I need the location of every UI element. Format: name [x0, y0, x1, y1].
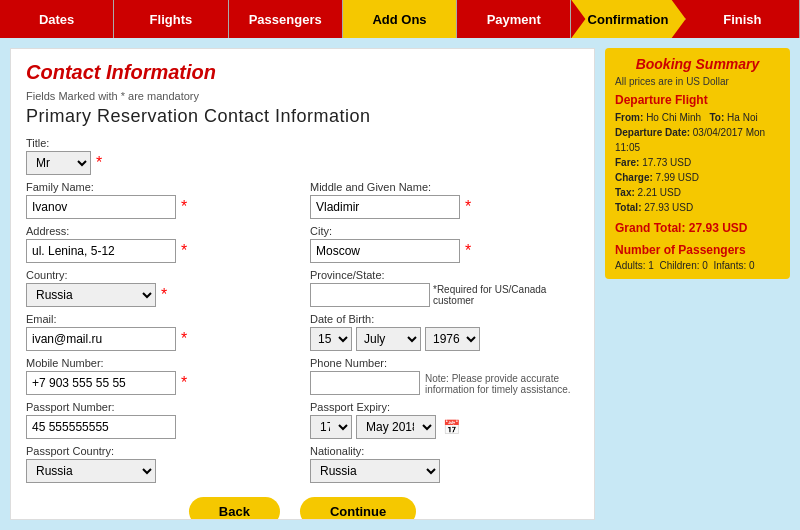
city-label: City:	[310, 225, 579, 237]
dob-year-select[interactable]: 1976	[425, 327, 480, 351]
country-row: Country: Russia * Province/State: *Requi…	[26, 269, 579, 307]
mobile-required: *	[181, 374, 187, 392]
title-required: *	[96, 154, 102, 172]
expiry-month-select[interactable]: May 2018	[356, 415, 436, 439]
section-title: Primary Reservation Contact Information	[26, 106, 579, 127]
calendar-icon[interactable]: 📅	[443, 419, 460, 435]
family-name-input[interactable]	[26, 195, 176, 219]
email-group: Email: *	[26, 313, 295, 351]
phone-note: Note: Please provide accurate informatio…	[425, 373, 579, 395]
dob-label: Date of Birth:	[310, 313, 579, 325]
button-row: Back Continue	[26, 489, 579, 520]
mobile-group: Mobile Number: *	[26, 357, 295, 395]
page-title: Contact Information	[26, 61, 579, 84]
continue-button[interactable]: Continue	[300, 497, 416, 520]
province-note: *Required for US/Canada customer	[433, 284, 579, 306]
nationality-group: Nationality: Russia	[310, 445, 579, 483]
back-button[interactable]: Back	[189, 497, 280, 520]
form-panel: Contact Information Fields Marked with *…	[10, 48, 595, 520]
grand-total: Grand Total: 27.93 USD	[615, 221, 780, 235]
mobile-label: Mobile Number:	[26, 357, 295, 369]
phone-group: Phone Number: Note: Please provide accur…	[310, 357, 579, 395]
country-group: Country: Russia *	[26, 269, 295, 307]
nav-passengers[interactable]: Passengers	[229, 0, 343, 38]
passengers-title: Number of Passengers	[615, 243, 780, 257]
middle-name-input[interactable]	[310, 195, 460, 219]
dob-month-select[interactable]: July	[356, 327, 421, 351]
summary-title: Booking Summary	[615, 56, 780, 72]
nav-addons[interactable]: Add Ons	[343, 0, 457, 38]
dob-group: Date of Birth: 15 July 1976	[310, 313, 579, 351]
departure-title: Departure Flight	[615, 93, 780, 107]
nationality-select[interactable]: Russia	[310, 459, 440, 483]
address-row: Address: * City: *	[26, 225, 579, 263]
passport-number-input[interactable]	[26, 415, 176, 439]
nav-confirmation[interactable]: Confirmation	[571, 0, 685, 38]
address-group: Address: *	[26, 225, 295, 263]
phone-input[interactable]	[310, 371, 420, 395]
country-select[interactable]: Russia	[26, 283, 156, 307]
main-layout: Contact Information Fields Marked with *…	[0, 38, 800, 530]
family-name-label: Family Name:	[26, 181, 295, 193]
summary-note: All prices are in US Dollar	[615, 76, 780, 87]
expiry-day-select[interactable]: 17	[310, 415, 352, 439]
nav-dates[interactable]: Dates	[0, 0, 114, 38]
email-input[interactable]	[26, 327, 176, 351]
city-input[interactable]	[310, 239, 460, 263]
province-input[interactable]	[310, 283, 430, 307]
address-required: *	[181, 242, 187, 260]
name-row: Family Name: * Middle and Given Name: *	[26, 181, 579, 219]
nav-finish[interactable]: Finish	[686, 0, 800, 38]
title-row: Title: MrMsMrs *	[26, 137, 579, 175]
nav-flights[interactable]: Flights	[114, 0, 228, 38]
summary-details: From: Ho Chi Minh To: Ha Noi Departure D…	[615, 110, 780, 215]
family-name-group: Family Name: *	[26, 181, 295, 219]
title-select[interactable]: MrMsMrs	[26, 151, 91, 175]
passengers-detail: Adults: 1 Children: 0 Infants: 0	[615, 260, 780, 271]
title-group: Title: MrMsMrs *	[26, 137, 116, 175]
middle-name-required: *	[465, 198, 471, 216]
mandatory-note: Fields Marked with * are mandatory	[26, 90, 579, 102]
middle-name-group: Middle and Given Name: *	[310, 181, 579, 219]
nav-payment[interactable]: Payment	[457, 0, 571, 38]
passport-number-label: Passport Number:	[26, 401, 295, 413]
navigation-bar: Dates Flights Passengers Add Ons Payment…	[0, 0, 800, 38]
province-label: Province/State:	[310, 269, 579, 281]
nationality-label: Nationality:	[310, 445, 579, 457]
passport-country-row: Passport Country: Russia Nationality: Ru…	[26, 445, 579, 483]
passport-country-label: Passport Country:	[26, 445, 295, 457]
passport-country-select[interactable]: Russia	[26, 459, 156, 483]
city-required: *	[465, 242, 471, 260]
dob-day-select[interactable]: 15	[310, 327, 352, 351]
email-label: Email:	[26, 313, 295, 325]
booking-summary: Booking Summary All prices are in US Dol…	[605, 48, 790, 279]
mobile-input[interactable]	[26, 371, 176, 395]
passport-expiry-label: Passport Expiry:	[310, 401, 579, 413]
middle-name-label: Middle and Given Name:	[310, 181, 579, 193]
country-required: *	[161, 286, 167, 304]
email-dob-row: Email: * Date of Birth: 15 July 1976	[26, 313, 579, 351]
passport-expiry-group: Passport Expiry: 17 May 2018 📅	[310, 401, 579, 439]
address-input[interactable]	[26, 239, 176, 263]
country-label: Country:	[26, 269, 295, 281]
province-group: Province/State: *Required for US/Canada …	[310, 269, 579, 307]
family-name-required: *	[181, 198, 187, 216]
title-label: Title:	[26, 137, 116, 149]
address-label: Address:	[26, 225, 295, 237]
mobile-phone-row: Mobile Number: * Phone Number: Note: Ple…	[26, 357, 579, 395]
passport-country-group: Passport Country: Russia	[26, 445, 295, 483]
phone-label: Phone Number:	[310, 357, 579, 369]
city-group: City: *	[310, 225, 579, 263]
email-required: *	[181, 330, 187, 348]
passport-number-group: Passport Number:	[26, 401, 295, 439]
passport-row: Passport Number: Passport Expiry: 17 May…	[26, 401, 579, 439]
